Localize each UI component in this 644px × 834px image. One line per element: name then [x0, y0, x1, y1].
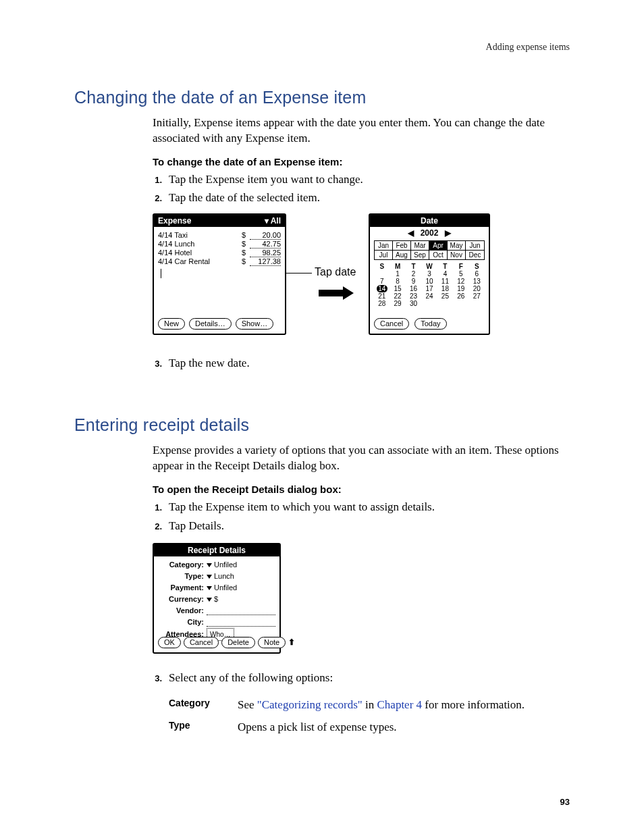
day-cell[interactable]: 28 — [374, 300, 390, 307]
delete-button[interactable]: Delete — [221, 637, 255, 648]
month-cell[interactable]: Feb — [393, 241, 411, 251]
day-cell[interactable]: 16 — [406, 285, 421, 292]
show-button[interactable]: Show… — [236, 318, 274, 330]
dialog-title: Receipt Details — [154, 544, 279, 556]
intro-para-1: Initially, Expense items appear with the… — [153, 115, 570, 147]
vendor-label: Vendor: — [158, 605, 207, 617]
month-cell[interactable]: Dec — [466, 251, 484, 259]
day-cell-selected[interactable]: 14 — [374, 285, 390, 292]
expense-row[interactable]: 4/14 Lunch $ 42.75 — [158, 240, 281, 249]
day-cell[interactable] — [437, 300, 453, 307]
day-cell[interactable]: 3 — [421, 270, 437, 278]
step-text: Tap the new date. — [169, 354, 250, 372]
day-cell[interactable]: 5 — [453, 270, 468, 278]
day-cell[interactable]: 9 — [406, 278, 421, 285]
cancel-button[interactable]: Cancel — [184, 637, 219, 648]
note-button[interactable]: Note — [258, 637, 286, 648]
month-cell[interactable]: Aug — [393, 251, 411, 259]
day-cell[interactable]: 27 — [469, 292, 485, 300]
text-cursor — [161, 269, 163, 278]
dropdown-icon — [207, 575, 212, 579]
vendor-field[interactable] — [207, 606, 275, 615]
date-picker-panel: Date ◀ 2002 ▶ Jan Feb Mar Apr May Jun Ju… — [369, 213, 490, 335]
day-cell[interactable] — [374, 270, 390, 278]
month-cell[interactable]: Jul — [375, 251, 393, 259]
month-cell-selected[interactable]: Apr — [429, 241, 448, 251]
day-cell[interactable]: 11 — [437, 278, 453, 285]
scroll-up-icon[interactable]: ⬆ — [288, 637, 295, 647]
next-year-icon[interactable]: ▶ — [445, 228, 451, 238]
day-cell[interactable]: 10 — [421, 278, 437, 285]
year-label: 2002 — [421, 228, 439, 238]
day-cell[interactable]: 7 — [374, 278, 390, 285]
month-cell[interactable]: Mar — [411, 241, 429, 251]
day-cell[interactable]: 29 — [390, 300, 405, 307]
payment-label: Payment: — [158, 582, 207, 594]
day-cell[interactable]: 4 — [437, 270, 453, 278]
figure-expense-date: Expense ▾ All 4/14 Taxi $ 20.00 4/14 Lun… — [153, 213, 570, 342]
month-cell[interactable]: Jan — [375, 241, 393, 251]
day-cell[interactable]: 25 — [437, 292, 453, 300]
type-picker[interactable]: Lunch — [207, 571, 234, 582]
day-cell[interactable]: 23 — [406, 292, 421, 300]
day-cell[interactable]: 15 — [390, 285, 405, 292]
month-cell[interactable]: May — [448, 241, 466, 251]
step-number: 2. — [153, 192, 162, 206]
day-cell[interactable]: 21 — [374, 292, 390, 300]
callout-leader — [286, 273, 312, 273]
heading-changing-date: Changing the date of an Expense item — [74, 88, 570, 107]
day-cell[interactable]: 17 — [421, 285, 437, 292]
today-button[interactable]: Today — [414, 318, 446, 330]
link-categorizing-records[interactable]: "Categorizing records" — [257, 698, 363, 711]
day-cell[interactable]: 2 — [406, 270, 421, 278]
running-head: Adding expense items — [486, 42, 570, 53]
option-term-category: Category — [169, 696, 220, 714]
expense-category-selector[interactable]: ▾ All — [265, 216, 281, 226]
expense-row[interactable]: 4/14 Hotel $ 98.25 — [158, 249, 281, 257]
day-cell[interactable] — [421, 300, 437, 307]
currency-picker[interactable]: $ — [207, 594, 218, 605]
ok-button[interactable]: OK — [158, 637, 181, 648]
day-cell[interactable]: 20 — [469, 285, 485, 292]
expense-row[interactable]: 4/14 Taxi $ 20.00 — [158, 231, 281, 240]
month-cell[interactable]: Nov — [448, 251, 466, 259]
details-button[interactable]: Details… — [189, 318, 232, 330]
month-cell[interactable]: Sep — [411, 251, 429, 259]
currency-label: Currency: — [158, 594, 207, 605]
day-cell[interactable]: 22 — [390, 292, 405, 300]
day-cell[interactable]: 13 — [469, 278, 485, 285]
cancel-button[interactable]: Cancel — [374, 318, 409, 330]
new-button[interactable]: New — [158, 318, 185, 330]
day-of-week: S — [374, 263, 390, 270]
day-cell[interactable]: 18 — [437, 285, 453, 292]
day-cell[interactable]: 19 — [453, 285, 468, 292]
day-of-week: M — [390, 263, 405, 270]
day-of-week: W — [421, 263, 437, 270]
day-cell[interactable]: 26 — [453, 292, 468, 300]
step-number: 1. — [153, 174, 162, 188]
expense-row[interactable]: 4/14 Car Rental $ 127.38 — [158, 257, 281, 266]
month-cell[interactable]: Oct — [429, 251, 448, 259]
prev-year-icon[interactable]: ◀ — [408, 228, 414, 238]
link-chapter-4[interactable]: Chapter 4 — [377, 698, 423, 711]
day-cell[interactable]: 12 — [453, 278, 468, 285]
month-cell[interactable]: Jun — [466, 241, 484, 251]
city-field[interactable] — [207, 618, 275, 627]
day-cell[interactable] — [469, 300, 485, 307]
category-picker[interactable]: Unfiled — [207, 559, 237, 571]
expense-title: Expense — [158, 216, 191, 226]
payment-picker[interactable]: Unfiled — [207, 582, 237, 594]
day-cell[interactable]: 24 — [421, 292, 437, 300]
day-of-week: S — [469, 263, 485, 270]
date-title: Date — [421, 216, 438, 226]
day-cell[interactable]: 6 — [469, 270, 485, 278]
city-label: City: — [158, 617, 207, 628]
page-number: 93 — [560, 797, 570, 807]
option-desc-type: Opens a pick list of expense types. — [238, 719, 397, 736]
day-cell[interactable]: 1 — [390, 270, 405, 278]
day-cell[interactable]: 8 — [390, 278, 405, 285]
category-label: Category: — [158, 559, 207, 571]
day-cell[interactable] — [453, 300, 468, 307]
day-cell[interactable]: 30 — [406, 300, 421, 307]
day-of-week: T — [437, 263, 453, 270]
